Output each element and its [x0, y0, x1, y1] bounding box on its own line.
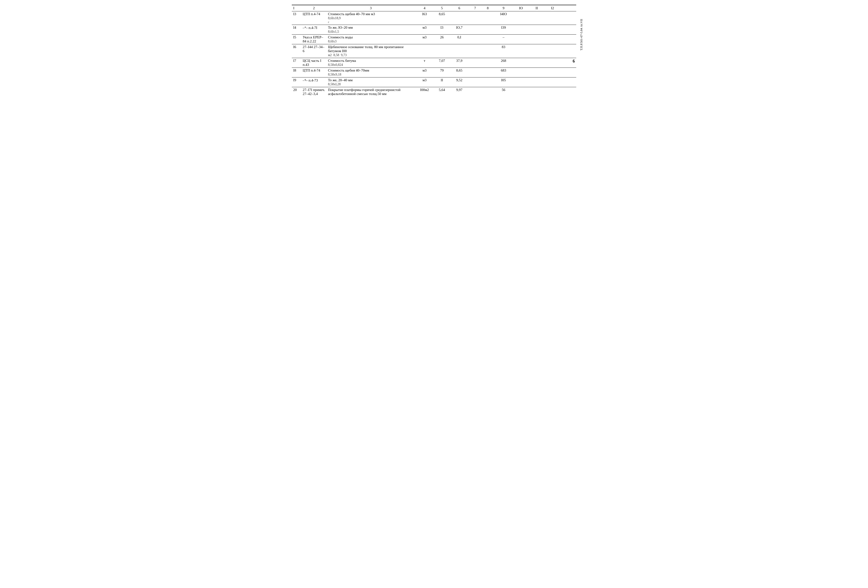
row-col9: I4IO: [494, 11, 513, 25]
header-col8: 8: [481, 5, 494, 11]
page-container: Т.П.Р.501-07-5.84 Ат.VII I 2 3 4 5: [292, 5, 576, 111]
row-id: I3: [292, 11, 301, 25]
table-row: I9 –ᵑ– п.4-73 То же, 20–40 мм 8,58хI,28 …: [292, 78, 576, 87]
row-col12: [545, 25, 561, 35]
row-col8: [481, 35, 494, 44]
row-col12: [545, 87, 561, 97]
row-col6: 9,52: [450, 78, 469, 87]
row-id: I9: [292, 78, 301, 87]
table-row: I7 ЦСЦ часть I п.43 Стоимость битума 8,5…: [292, 58, 576, 68]
table-row: I6 27–I44 27–34–6 Щебеночное основание т…: [292, 44, 576, 58]
row-col8: [481, 87, 494, 97]
header-col4: 4: [415, 5, 434, 11]
row-col13: [560, 25, 576, 35]
row-col12: [545, 35, 561, 44]
row-col7: [469, 44, 481, 58]
table-row: I8 ЦТП п.4-74 Стоимость щебня 40–70мм 8,…: [292, 68, 576, 78]
row-id: I7: [292, 58, 301, 68]
row-col10: [513, 78, 529, 87]
row-col6: [450, 44, 469, 58]
header-col3: 3: [327, 5, 415, 11]
row-col8: [481, 78, 494, 87]
row-col13: [560, 87, 576, 97]
row-ref: 27–I7I примеч. 27–42–3,4: [301, 87, 327, 97]
row-col11: [529, 35, 545, 44]
row-col6: 8,65: [450, 68, 469, 78]
header-col13: [560, 5, 576, 11]
row-col6: 0,I: [450, 35, 469, 44]
row-col9: I05: [494, 78, 513, 87]
row-col7: [469, 87, 481, 97]
row-col9: 683: [494, 68, 513, 78]
table-row: I4 –ᵃ– п.4-7I То же, IO–20 мм 8,6Iх1,5 м…: [292, 25, 576, 35]
row-col7: [469, 78, 481, 87]
row-col5: 7,07: [434, 58, 450, 68]
header-col5: 5: [434, 5, 450, 11]
row-col8: [481, 25, 494, 35]
row-col6: IO,7: [450, 25, 469, 35]
side-label: Т.П.Р.501-07-5.84 Ат.VII: [580, 19, 583, 50]
row-desc: Покрытие платформы горячей среднезернист…: [327, 87, 415, 97]
main-table: I 2 3 4 5 6 7 8 9 IO II I2 I3 ЦТП п.4-74: [292, 5, 576, 111]
row-ref: –ᵃ– п.4-7I: [301, 25, 327, 35]
row-col13: [560, 44, 576, 58]
table-row: I5 Указ.к ЕРЕР–84 п.2.22 Стоимость воды …: [292, 35, 576, 44]
row-col6: [450, 11, 469, 25]
row-id: I8: [292, 68, 301, 78]
row-desc: Стоимость воды 8,6Iх3: [327, 35, 415, 44]
row-col13: [560, 11, 576, 25]
row-col13: [560, 68, 576, 78]
row-col4: I00м2: [415, 87, 434, 97]
row-col12: [545, 68, 561, 78]
row-col4: м3: [415, 78, 434, 87]
row-col4: т: [415, 58, 434, 68]
row-col6: 9,97: [450, 87, 469, 97]
row-col9: –: [494, 35, 513, 44]
row-col5: 79: [434, 68, 450, 78]
row-col13: [560, 78, 576, 87]
row-col10: [513, 25, 529, 35]
row-desc: То же, IO–20 мм 8,6Iх1,5: [327, 25, 415, 35]
row-col11: [529, 68, 545, 78]
row-col8: [481, 44, 494, 58]
row-col11: [529, 11, 545, 25]
row-col5: 5,64: [434, 87, 450, 97]
row-id: I4: [292, 25, 301, 35]
row-col10: [513, 11, 529, 25]
table-row: I3 ЦТП п.4-74 Стоимость щебня 40–70 мм м…: [292, 11, 576, 25]
row-col4: м3: [415, 35, 434, 44]
row-col4: м3: [415, 68, 434, 78]
row-col11: [529, 78, 545, 87]
row-col12: [545, 11, 561, 25]
row-col6: 37,9: [450, 58, 469, 68]
row-ref: ЦСЦ часть I п.43: [301, 58, 327, 68]
row-col11: [529, 44, 545, 58]
row-col9: 56: [494, 87, 513, 97]
row-ref: ЦТП п.4-74: [301, 68, 327, 78]
row-col12: [545, 78, 561, 87]
row-col7: [469, 58, 481, 68]
row-col4: [415, 44, 434, 58]
row-id: I5: [292, 35, 301, 44]
header-row: I 2 3 4 5 6 7 8 9 IO II I2: [292, 5, 576, 11]
row-col10: [513, 68, 529, 78]
row-col4: I63: [415, 11, 434, 25]
row-desc: Стоимость щебня 40–70 мм м3 8,6Iх18,9 c: [327, 11, 415, 25]
row-ref: Указ.к ЕРЕР–84 п.2.22: [301, 35, 327, 44]
header-col12: I2: [545, 5, 561, 11]
header-col2: 2: [301, 5, 327, 11]
row-col5: II: [434, 78, 450, 87]
row-desc: То же, 20–40 мм 8,58хI,28: [327, 78, 415, 87]
header-col6: 6: [450, 5, 469, 11]
row-col8: [481, 11, 494, 25]
row-col13: [560, 35, 576, 44]
row-col11: [529, 87, 545, 97]
row-col9: I39: [494, 25, 513, 35]
row-col8: [481, 58, 494, 68]
row-col9: 268: [494, 58, 513, 68]
row-col7: [469, 68, 481, 78]
row-desc: Стоимость щебня 40–70мм 8,58х9,18: [327, 68, 415, 78]
row-ref: ЦТП п.4-74: [301, 11, 327, 25]
row-ref: 27–I44 27–34–6: [301, 44, 327, 58]
row-col12: [545, 44, 561, 58]
